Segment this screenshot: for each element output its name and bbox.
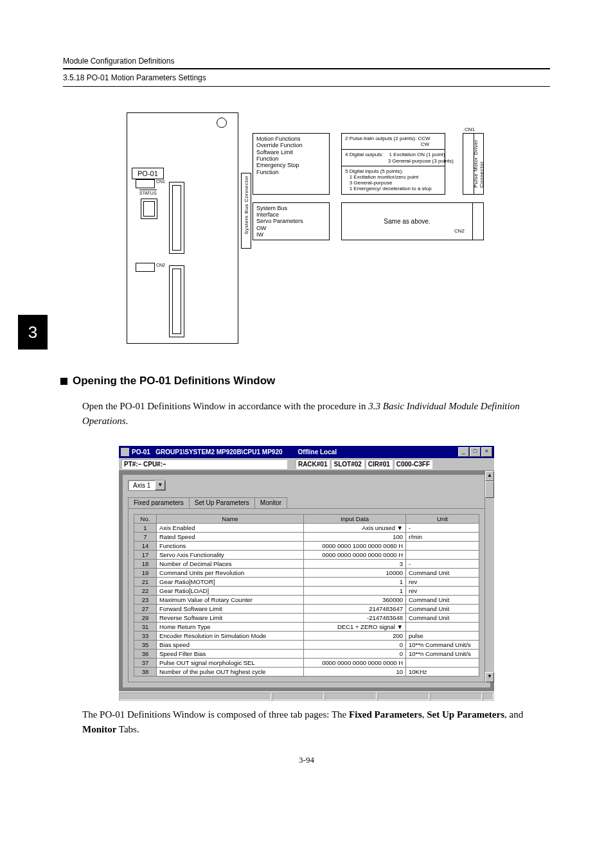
col-unit: Unit <box>406 514 479 523</box>
parameter-grid[interactable]: No. Name Input Data Unit 1Axis EnabledAx… <box>134 514 479 677</box>
dia-rt1: 2 Pulse-train outputs (2 points): CCW CW <box>341 133 445 150</box>
cell-no: 36 <box>134 649 157 658</box>
cn2-small-label: CN2 <box>156 263 165 267</box>
table-row[interactable]: 37Pulse OUT signal morphologic SEL0000 0… <box>134 658 479 667</box>
app-icon <box>121 448 129 456</box>
table-row[interactable]: 29Reverse Software Limit-2147483648Comma… <box>134 613 479 622</box>
table-row[interactable]: 1Axis EnabledAxis unused ▼- <box>134 523 479 532</box>
dia-sysbus-left: System Bus Interface Servo Parameters OW… <box>253 202 330 241</box>
cell-unit <box>406 622 479 631</box>
cell-unit: rev <box>406 586 479 595</box>
section-number-title: 3.5.18 PO-01 Motion Parameters Settings <box>63 73 550 82</box>
tab-fixed-parameters[interactable]: Fixed parameters <box>128 497 190 508</box>
cell-name: Reverse Software Limit <box>157 613 304 622</box>
info-bar: PT#:– CPU#:– RACK#01 SLOT#02 CIR#01 C000… <box>119 458 494 471</box>
table-row[interactable]: 36Speed Filter Bias010**n Command Unit/s <box>134 649 479 658</box>
cell-no: 7 <box>134 532 157 541</box>
sysbus-connector-box: System Bus Connector <box>241 173 251 249</box>
tab-monitor[interactable]: Monitor <box>254 497 287 508</box>
dia-rt2: 4 Digital outputs: 1 Excitation ON (1 po… <box>341 149 445 166</box>
body-paragraph-1: Open the PO-01 Definitions Window in acc… <box>63 399 550 429</box>
titlebar: PO-01 GROUP1\SYSTEM2 MP920B\CPU1 MP920 O… <box>119 446 494 458</box>
cell-unit: Command Unit <box>406 604 479 613</box>
table-row[interactable]: 14Functions0000 0000 1000 0000 0080 H <box>134 541 479 550</box>
cell-no: 1 <box>134 523 157 532</box>
module-diagram: PO-01 CN1 STATUS CN2 System Bus Connecto… <box>127 105 486 351</box>
info-cir: CIR#01 <box>366 459 393 469</box>
cell-unit <box>406 550 479 559</box>
cell-input[interactable]: 200 <box>304 631 406 640</box>
connector-cn1-icon <box>169 182 184 254</box>
cell-input[interactable]: 100 <box>304 532 406 541</box>
cell-input[interactable]: 0000 0000 1000 0000 0080 H <box>304 541 406 550</box>
cell-input[interactable]: 1 <box>304 577 406 586</box>
po01-window: PO-01 GROUP1\SYSTEM2 MP920B\CPU1 MP920 O… <box>119 446 494 701</box>
cell-name: Gear Ratio[LOAD] <box>157 586 304 595</box>
cell-input[interactable]: 0 <box>304 649 406 658</box>
title-path: GROUP1\SYSTEM2 MP920B\CPU1 MP920 <box>155 448 282 456</box>
cell-name: Forward Software Limit <box>157 604 304 613</box>
cell-input[interactable]: 0000 0000 0000 0000 0000 H <box>304 658 406 667</box>
table-row[interactable]: 38Number of the pulse OUT highest cycle1… <box>134 667 479 676</box>
table-row[interactable]: 33Encoder Resolution in Simulation Mode2… <box>134 631 479 640</box>
led-cn1 <box>136 179 155 188</box>
rule-thin <box>63 86 550 87</box>
cell-no: 37 <box>134 658 157 667</box>
sysbus-connector-label: System Bus Connector <box>244 173 249 236</box>
cell-input[interactable]: 0 <box>304 640 406 649</box>
cell-unit: Command Unit <box>406 595 479 604</box>
vertical-scrollbar[interactable]: ▲ ▼ <box>484 471 494 682</box>
table-row[interactable]: 7Rated Speed100r/min <box>134 532 479 541</box>
led-cn2 <box>136 263 155 272</box>
cell-unit: 10KHz <box>406 667 479 676</box>
table-row[interactable]: 23Maximum Value of Rotary Counter360000C… <box>134 595 479 604</box>
table-row[interactable]: 19Command Units per Revolution10000Comma… <box>134 568 479 577</box>
tab-page: No. Name Input Data Unit 1Axis EnabledAx… <box>128 508 485 682</box>
table-row[interactable]: 21Gear Ratio[MOTOR]1rev <box>134 577 479 586</box>
cell-input[interactable]: 10 <box>304 667 406 676</box>
cell-input[interactable]: DEC1 + ZERO signal ▼ <box>304 622 406 631</box>
cell-no: 23 <box>134 595 157 604</box>
axis-dropdown[interactable]: Axis 1 ▼ <box>128 480 166 491</box>
cell-unit: - <box>406 523 479 532</box>
scroll-thumb[interactable] <box>485 481 494 498</box>
cell-name: Bias speed <box>157 640 304 649</box>
table-row[interactable]: 27Forward Software Limit2147483647Comman… <box>134 604 479 613</box>
table-row[interactable]: 18Number of Decimal Places3- <box>134 559 479 568</box>
table-row[interactable]: 22Gear Ratio[LOAD]1rev <box>134 586 479 595</box>
table-row[interactable]: 35Bias speed010**n Command Unit/s <box>134 640 479 649</box>
cell-name: Home Return Type <box>157 622 304 631</box>
cell-input[interactable]: 3 <box>304 559 406 568</box>
title-app: PO-01 <box>132 448 150 456</box>
minimize-button[interactable]: _ <box>458 447 469 457</box>
cell-unit <box>406 658 479 667</box>
cell-input[interactable]: 2147483647 <box>304 604 406 613</box>
cell-unit: 10**n Command Unit/s <box>406 640 479 649</box>
cell-input[interactable]: 0000 0000 0000 0000 0000 H <box>304 550 406 559</box>
dia-cn2-bracket <box>472 202 484 241</box>
scroll-down-button[interactable]: ▼ <box>485 672 494 682</box>
maximize-button[interactable]: □ <box>470 447 481 457</box>
table-row[interactable]: 31Home Return TypeDEC1 + ZERO signal ▼ <box>134 622 479 631</box>
dia-pmd-box: Pulse Motor Driver Connector <box>474 133 484 195</box>
cell-no: 22 <box>134 586 157 595</box>
rule-thick <box>63 68 550 69</box>
tab-setup-parameters[interactable]: Set Up Parameters <box>189 497 255 508</box>
cell-no: 29 <box>134 613 157 622</box>
module-label: PO-01 <box>132 168 164 179</box>
cn2-label: CN2 <box>454 228 465 234</box>
cell-input[interactable]: Axis unused ▼ <box>304 523 406 532</box>
chevron-down-icon[interactable]: ▼ <box>155 481 165 490</box>
close-button[interactable]: × <box>481 447 492 457</box>
cell-name: Servo Axis Functionality <box>157 550 304 559</box>
dia-rt3: 5 Digital inputs (5 points): 1 Excitatio… <box>341 166 445 195</box>
cell-input[interactable]: 10000 <box>304 568 406 577</box>
table-row[interactable]: 17Servo Axis Functionality0000 0000 0000… <box>134 550 479 559</box>
cell-no: 19 <box>134 568 157 577</box>
scroll-up-button[interactable]: ▲ <box>485 471 494 481</box>
cell-no: 35 <box>134 640 157 649</box>
cell-no: 17 <box>134 550 157 559</box>
cell-input[interactable]: 360000 <box>304 595 406 604</box>
cell-input[interactable]: -2147483648 <box>304 613 406 622</box>
cell-input[interactable]: 1 <box>304 586 406 595</box>
